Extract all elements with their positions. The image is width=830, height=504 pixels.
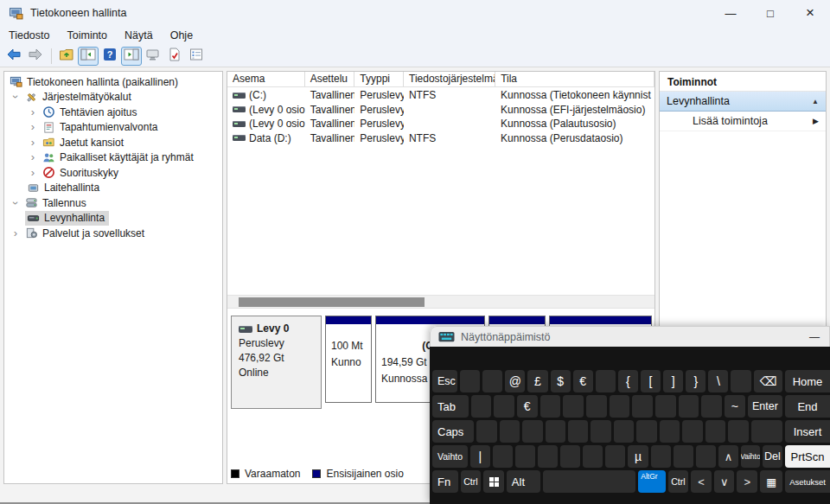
key-blank[interactable]: [696, 445, 716, 468]
key-at[interactable]: @: [505, 370, 525, 392]
key-blank[interactable]: [493, 445, 513, 468]
chevron-right-icon[interactable]: ›: [8, 228, 23, 239]
toolbar-show-actions-button[interactable]: [121, 47, 142, 66]
key-pound[interactable]: £: [527, 370, 547, 392]
key-blank[interactable]: [471, 395, 492, 418]
tree-node-storage[interactable]: Tallennus: [23, 195, 91, 210]
key-pipe[interactable]: |: [470, 445, 490, 468]
partition-system[interactable]: 100 MtKunno: [325, 316, 372, 403]
key-blank[interactable]: [679, 395, 699, 418]
chevron-right-icon[interactable]: ›: [25, 137, 41, 148]
tree-item-device-manager[interactable]: Laitehallinta: [4, 181, 222, 196]
key-micro[interactable]: µ: [628, 445, 648, 468]
tree-item-local-users-groups[interactable]: ›Paikalliset käyttäjät ja ryhmät: [4, 150, 222, 166]
key-fn[interactable]: Fn: [432, 470, 458, 493]
tree-item-task-scheduler[interactable]: ›Tehtävien ajoitus: [4, 105, 222, 120]
key-prtscn[interactable]: PrtScn: [785, 445, 830, 468]
key-blank[interactable]: [701, 395, 722, 418]
toolbar-up-folder-button[interactable]: [56, 47, 77, 66]
key-blank[interactable]: [682, 420, 702, 443]
chevron-right-icon[interactable]: ›: [25, 168, 41, 178]
horizontal-scrollbar[interactable]: [227, 295, 654, 309]
tree-node-disk-management[interactable]: Levynhallinta: [25, 211, 109, 226]
key-blank[interactable]: [614, 420, 634, 443]
key-tilde[interactable]: ~: [725, 395, 745, 418]
key-backslash[interactable]: \: [708, 370, 728, 392]
tree-item-disk-management[interactable]: Levynhallinta: [4, 211, 222, 226]
minimize-button[interactable]: —: [711, 0, 750, 26]
key-blank[interactable]: [706, 420, 725, 443]
tree-node-shared-folders[interactable]: Jaetut kansiot: [41, 135, 128, 150]
key-bracket-close[interactable]: ]: [663, 370, 683, 392]
volume-levy0-osio4[interactable]: (Levy 0 osio 4)TavallinenPeruslevyKunnos…: [227, 117, 654, 131]
key-blank[interactable]: [655, 395, 676, 418]
key-blank[interactable]: [476, 420, 496, 443]
key-settings[interactable]: Asetukset: [785, 470, 830, 493]
chevron-down-icon[interactable]: ›: [10, 89, 21, 105]
key-delete[interactable]: Del: [763, 445, 782, 468]
tree-item-services-apps[interactable]: ›Palvelut ja sovellukset: [4, 226, 222, 241]
key-left-ctrl[interactable]: Ctrl: [461, 470, 482, 493]
tree-item-event-viewer[interactable]: ›Tapahtumienvalvonta: [4, 120, 222, 136]
key-blank[interactable]: [522, 420, 542, 443]
volume-levy0-osio1[interactable]: (Levy 0 osio 1)TavallinenPeruslevyKunnos…: [227, 103, 654, 118]
tree-item-shared-folders[interactable]: ›Jaetut kansiot: [4, 135, 222, 150]
key-blank[interactable]: [568, 420, 588, 443]
key-right-ctrl[interactable]: Ctrl: [668, 470, 689, 493]
key-blank[interactable]: [728, 420, 748, 443]
column-header-tila[interactable]: Tila: [495, 72, 654, 86]
toolbar-export-list-button[interactable]: [143, 47, 163, 66]
key-backspace[interactable]: ⌫: [754, 370, 783, 392]
key-esc[interactable]: Esc: [432, 370, 457, 392]
key-blank[interactable]: [596, 370, 616, 392]
column-header-tyyppi[interactable]: Tyyppi: [354, 72, 404, 86]
key-blank[interactable]: [605, 445, 625, 468]
tree-node-device-manager[interactable]: Laitehallinta: [25, 181, 104, 195]
key-alt[interactable]: Alt: [507, 470, 540, 493]
key-blank[interactable]: [586, 395, 607, 418]
volume-data-d[interactable]: Data (D:)TavallinenPeruslevyNTFSKunnossa…: [227, 131, 654, 146]
tree-node-services-apps[interactable]: Palvelut ja sovellukset: [23, 226, 149, 240]
tree-node-computer-management-root[interactable]: Tietokoneen hallinta (paikallinen): [8, 74, 182, 89]
key-blank[interactable]: [482, 370, 502, 392]
key-blank[interactable]: [674, 445, 693, 468]
key-left-shift[interactable]: Vaihto: [432, 445, 468, 468]
key-arrow-right[interactable]: >: [737, 470, 757, 493]
toolbar-properties-button[interactable]: [186, 47, 207, 66]
maximize-button[interactable]: □: [750, 0, 790, 26]
tree-item-storage[interactable]: ›Tallennus: [4, 195, 222, 211]
key-blank[interactable]: [651, 445, 671, 468]
tree-item-computer-management-root[interactable]: Tietokoneen hallinta (paikallinen): [4, 74, 222, 90]
key-blank[interactable]: [731, 370, 750, 392]
key-blank[interactable]: [560, 445, 580, 468]
key-blank[interactable]: [515, 445, 535, 468]
tree-item-performance[interactable]: ›Suorituskyky: [4, 165, 222, 181]
action-group-disk-management[interactable]: Levynhallinta ▲: [660, 92, 826, 112]
key-tab[interactable]: Tab: [432, 395, 469, 418]
keyboard-minimize-button[interactable]: —: [800, 331, 829, 343]
toolbar-forward-button[interactable]: [25, 47, 46, 66]
volume-c[interactable]: (C:)TavallinenPeruslevyNTFSKunnossa (Tie…: [227, 88, 654, 103]
tree-item-system-tools[interactable]: ›Järjestelmätyökalut: [4, 90, 222, 105]
key-dollar[interactable]: $: [551, 370, 571, 392]
key-blank[interactable]: [583, 445, 603, 468]
key-home[interactable]: Home: [785, 370, 830, 392]
more-actions-item[interactable]: Lisää toimintoja ▶: [660, 112, 826, 131]
key-brace-close[interactable]: }: [686, 370, 706, 392]
key-space[interactable]: [543, 470, 635, 493]
key-insert[interactable]: Insert: [785, 420, 830, 443]
key-blank[interactable]: [610, 395, 630, 418]
tree-node-local-users-groups[interactable]: Paikalliset käyttäjät ja ryhmät: [41, 150, 198, 165]
key-caps[interactable]: Caps: [432, 420, 474, 443]
key-blank[interactable]: [636, 420, 656, 443]
column-header-asettelu[interactable]: Asettelu: [305, 72, 355, 86]
menu-item-3[interactable]: Ohje: [162, 28, 201, 43]
key-brace-open[interactable]: {: [618, 370, 638, 392]
key-blank[interactable]: [460, 370, 480, 392]
key-arrow-left[interactable]: <: [691, 470, 712, 493]
tree-node-event-viewer[interactable]: Tapahtumienvalvonta: [41, 120, 162, 135]
key-windows[interactable]: [483, 470, 504, 493]
menu-item-1[interactable]: Toiminto: [58, 28, 116, 43]
key-blank[interactable]: [546, 420, 565, 443]
close-button[interactable]: ×: [790, 0, 830, 26]
